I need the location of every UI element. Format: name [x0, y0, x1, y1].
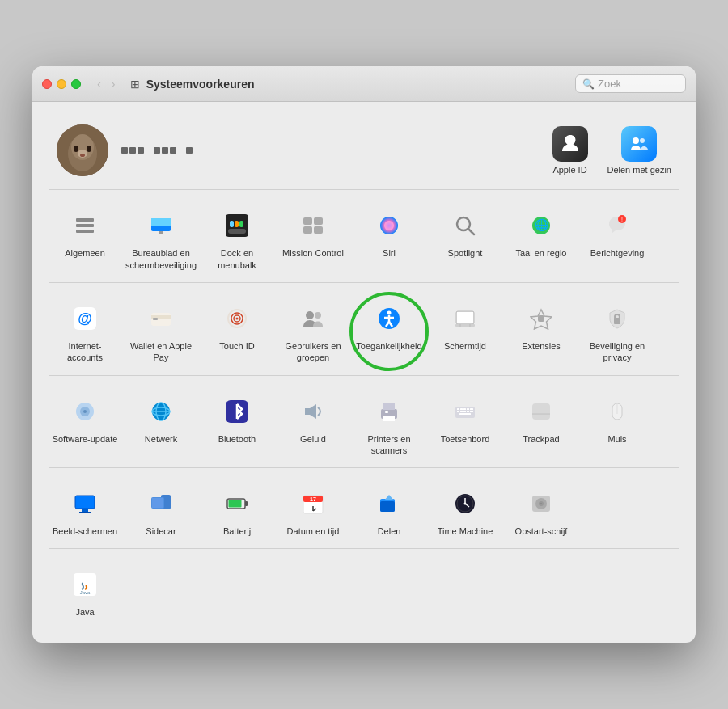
- grid-item-opstart[interactable]: Opstart-schijf: [505, 479, 578, 542]
- icon-trackpad: [523, 394, 559, 429]
- grid-item-delen[interactable]: Delen: [353, 479, 425, 542]
- label-beeld: Beeld-schermen: [53, 525, 117, 537]
- icon-toetsenbord: [447, 394, 483, 429]
- icon-mission: [295, 208, 331, 243]
- label-sidecar: Sidecar: [146, 525, 176, 537]
- icon-touchid: [219, 301, 255, 336]
- svg-rect-72: [385, 411, 388, 413]
- search-input[interactable]: [598, 78, 679, 90]
- icon-internet: @: [67, 301, 103, 336]
- svg-rect-15: [151, 218, 171, 226]
- grid-item-mission[interactable]: Mission Control: [277, 201, 349, 276]
- back-button[interactable]: ‹: [94, 75, 104, 93]
- grid-item-toetsenbord[interactable]: Toetsenbord: [429, 387, 502, 462]
- svg-rect-83: [470, 411, 473, 412]
- svg-rect-21: [235, 221, 239, 227]
- grid-item-time[interactable]: Time Machine: [429, 479, 502, 542]
- grid-item-wallet[interactable]: Wallet en Apple Pay: [125, 294, 197, 369]
- apple-id-label: Apple ID: [552, 165, 586, 175]
- grid-item-internet[interactable]: @Internet-accounts: [49, 294, 121, 369]
- svg-point-10: [640, 138, 645, 143]
- grid-item-taal[interactable]: 🌐Taal en regio: [505, 201, 578, 276]
- label-algemeen: Algemeen: [65, 247, 105, 259]
- label-bericht: Berichtgeving: [590, 247, 645, 259]
- svg-rect-76: [463, 408, 466, 410]
- grid-item-datum[interactable]: 17Datum en tijd: [277, 479, 349, 542]
- grid-item-siri[interactable]: Siri: [353, 201, 425, 276]
- svg-rect-17: [156, 234, 166, 234]
- minimize-button[interactable]: [57, 79, 66, 89]
- svg-rect-13: [76, 230, 94, 233]
- svg-rect-12: [76, 224, 94, 227]
- grid-item-trackpad[interactable]: Trackpad: [505, 387, 578, 462]
- grid-item-java[interactable]: JavaJava: [49, 560, 121, 622]
- titlebar: ‹ › ⊞ Systeemvoorkeuren 🔍: [32, 66, 696, 102]
- maximize-button[interactable]: [71, 79, 81, 89]
- icon-extensies: [523, 301, 559, 336]
- label-java: Java: [75, 606, 94, 618]
- grid-item-touchid[interactable]: Touch ID: [201, 294, 273, 369]
- profile-section: Apple ID Delen met gezin: [49, 115, 679, 190]
- icon-bureau: [143, 208, 179, 243]
- grid-item-bureau[interactable]: Bureaublad en schermbeveiliging: [125, 201, 197, 276]
- avatar[interactable]: [57, 124, 108, 176]
- grid-item-geluid[interactable]: Geluid: [277, 387, 349, 462]
- nav-buttons: ‹ ›: [94, 75, 119, 93]
- close-button[interactable]: [42, 79, 52, 89]
- grid-icon: ⊞: [130, 78, 140, 91]
- forward-button[interactable]: ›: [108, 75, 118, 93]
- name-censored: [121, 147, 193, 154]
- grid-item-netwerk[interactable]: Netwerk: [125, 387, 197, 462]
- grid-item-bluetooth[interactable]: Bluetooth: [201, 387, 273, 462]
- icon-wallet: [143, 301, 179, 336]
- apple-id-item[interactable]: Apple ID: [552, 126, 588, 175]
- grid-item-schermtijd[interactable]: Schermtijd: [429, 294, 502, 369]
- icon-bericht: !: [599, 208, 635, 243]
- svg-rect-89: [75, 496, 95, 509]
- svg-rect-54: [455, 324, 475, 327]
- grid-item-gebruikers[interactable]: Gebruikers en groepen: [277, 294, 349, 369]
- profile-name: [121, 147, 193, 154]
- svg-rect-20: [230, 221, 234, 227]
- grid-item-bericht[interactable]: !Berichtgeving: [581, 201, 654, 276]
- label-spotlight: Spotlight: [448, 247, 483, 259]
- grid-item-software[interactable]: Software-update: [49, 387, 121, 462]
- grid-item-spotlight[interactable]: Spotlight: [429, 201, 502, 276]
- grid-item-sidecar[interactable]: Sidecar: [125, 479, 197, 542]
- grid-item-extensies[interactable]: Extensies: [505, 294, 578, 369]
- icon-toegankelijkheid: [371, 301, 407, 336]
- grid-item-toegankelijkheid[interactable]: Toegankelijkheid: [353, 294, 425, 369]
- label-opstart: Opstart-schijf: [515, 525, 568, 537]
- svg-rect-92: [79, 512, 91, 513]
- grid-item-beeld[interactable]: Beeld-schermen: [49, 479, 121, 542]
- svg-rect-82: [467, 411, 469, 412]
- section-section5: JavaJava: [49, 549, 679, 629]
- svg-rect-39: [153, 318, 158, 320]
- search-box[interactable]: 🔍: [575, 74, 686, 93]
- grid-item-batterij[interactable]: Batterij: [201, 479, 273, 542]
- svg-rect-80: [460, 411, 463, 412]
- icon-dock: [219, 208, 255, 243]
- svg-text:🌐: 🌐: [535, 218, 549, 232]
- svg-rect-95: [152, 498, 163, 508]
- grid-item-muis[interactable]: Muis: [581, 387, 654, 462]
- svg-text:17: 17: [310, 496, 316, 502]
- label-batterij: Batterij: [223, 525, 251, 537]
- grid-item-dock[interactable]: Dock en menubalk: [201, 201, 273, 276]
- svg-rect-23: [303, 217, 312, 225]
- svg-rect-105: [380, 501, 395, 512]
- grid-item-beveiliging[interactable]: Beveiliging en privacy: [581, 294, 654, 369]
- family-item[interactable]: Delen met gezin: [607, 126, 672, 175]
- section-section3: Software-updateNetwerkBluetoothGeluidPri…: [49, 376, 679, 469]
- grid-section4: Beeld-schermenSidecarBatterij17Datum en …: [49, 479, 679, 542]
- svg-rect-25: [303, 226, 312, 234]
- icon-delen: [371, 486, 407, 521]
- icon-netwerk: [143, 394, 179, 429]
- grid-item-algemeen[interactable]: Algemeen: [49, 201, 121, 276]
- family-icon: [621, 126, 657, 162]
- svg-point-8: [80, 154, 85, 157]
- grid-item-printers[interactable]: Printers en scanners: [353, 387, 425, 462]
- icon-java: Java: [67, 567, 103, 602]
- grid-section5: JavaJava: [49, 560, 679, 622]
- svg-point-9: [633, 137, 639, 144]
